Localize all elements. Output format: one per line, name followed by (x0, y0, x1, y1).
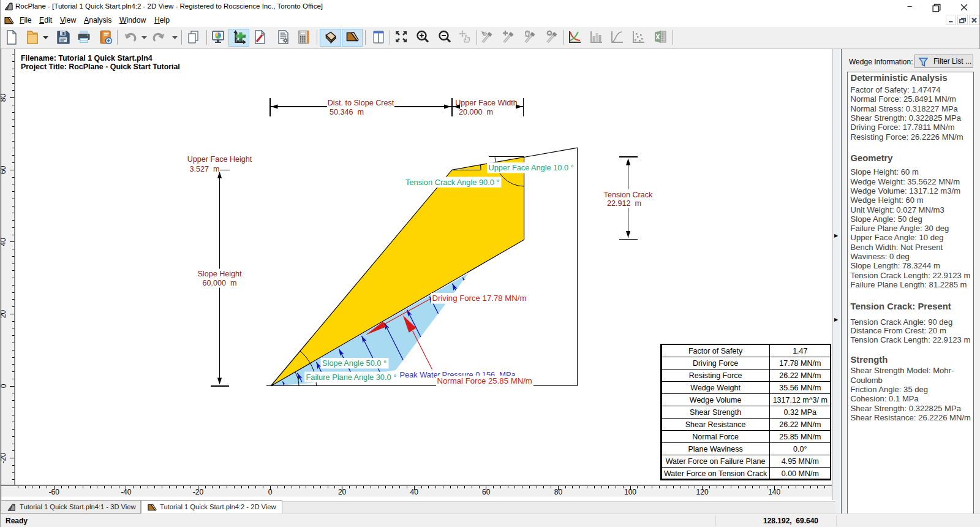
svg-text:Upper Face Height: Upper Face Height (187, 155, 252, 164)
svg-text:Driving Force: Driving Force (693, 359, 738, 368)
svg-text:Resisting Force: Resisting Force (689, 371, 742, 380)
svg-text:40: 40 (1, 238, 8, 246)
svg-text:Normal Force: Normal Force (692, 433, 739, 441)
svg-text:22.912 m: 22.912 m (607, 199, 641, 208)
svg-text:-20: -20 (193, 488, 204, 496)
svg-text:120: 120 (696, 488, 709, 496)
svg-text:Slope Height: Slope Height (197, 270, 242, 278)
svg-text:Wedge Weight: Wedge Weight (690, 384, 741, 392)
svg-text:60.000 m: 60.000 m (202, 279, 236, 287)
svg-text:3.527 m: 3.527 m (189, 165, 219, 173)
svg-text:Normal Force 25.85 MN/m: Normal Force 25.85 MN/m (437, 376, 532, 385)
svg-text:20: 20 (1, 309, 8, 318)
svg-text:Upper Face Width: Upper Face Width (455, 99, 518, 107)
svg-text:Project Title: RocPlane - Quic: Project Title: RocPlane - Quick Start Tu… (21, 63, 180, 71)
svg-text:80: 80 (554, 488, 563, 496)
svg-text:-40: -40 (121, 488, 132, 496)
svg-text:Tension Crack Angle 90.0 °: Tension Crack Angle 90.0 ° (405, 178, 500, 187)
svg-text:Upper Face Angle 10.0 °: Upper Face Angle 10.0 ° (489, 163, 574, 172)
svg-text:4.95 MN/m: 4.95 MN/m (782, 457, 819, 466)
svg-text:-60: -60 (49, 488, 60, 496)
svg-text:Driving Force 17.78 MN/m: Driving Force 17.78 MN/m (432, 294, 527, 303)
svg-text:Filename: Tutorial 1 Quick Sta: Filename: Tutorial 1 Quick Start.pln4 (21, 54, 153, 63)
svg-text:0.32 MPa: 0.32 MPa (784, 408, 817, 417)
svg-text:0.00 MN/m: 0.00 MN/m (782, 469, 819, 478)
svg-text:Water Force on Tension Crack: Water Force on Tension Crack (664, 469, 767, 478)
svg-text:Shear Strength: Shear Strength (690, 408, 741, 417)
svg-text:Wedge Volume: Wedge Volume (690, 396, 742, 404)
svg-text:Water Force on Failure Plane: Water Force on Failure Plane (666, 457, 766, 466)
svg-text:17.78 MN/m: 17.78 MN/m (779, 359, 821, 368)
svg-text:Slope Angle 50.0 °: Slope Angle 50.0 ° (322, 358, 386, 368)
svg-text:20: 20 (338, 488, 347, 496)
svg-text:Dist. to Slope Crest: Dist. to Slope Crest (328, 99, 394, 107)
svg-text:40: 40 (410, 488, 419, 496)
svg-text:-20: -20 (1, 453, 8, 464)
svg-text:60: 60 (482, 488, 491, 496)
svg-text:50.346 m: 50.346 m (330, 108, 364, 116)
svg-text:Factor of Safety: Factor of Safety (688, 347, 743, 355)
svg-text:Failure Plane Angle 30.0 °: Failure Plane Angle 30.0 ° (306, 373, 397, 382)
svg-text:60: 60 (1, 165, 8, 174)
svg-text:0: 0 (268, 488, 273, 496)
svg-text:25.85 MN/m: 25.85 MN/m (779, 433, 821, 441)
svg-text:35.56 MN/m: 35.56 MN/m (779, 384, 821, 392)
svg-text:Tension Crack: Tension Crack (604, 191, 653, 199)
svg-text:1317.12 m^3/ m: 1317.12 m^3/ m (773, 396, 827, 404)
svg-text:140: 140 (768, 488, 780, 496)
svg-text:0: 0 (1, 384, 8, 388)
svg-text:Shear Resistance: Shear Resistance (685, 420, 746, 429)
svg-text:Plane Waviness: Plane Waviness (688, 445, 743, 453)
svg-text:26.22 MN/m: 26.22 MN/m (779, 420, 821, 429)
svg-text:26.22 MN/m: 26.22 MN/m (779, 371, 821, 380)
svg-text:100: 100 (624, 488, 636, 496)
svg-text:80: 80 (1, 94, 8, 102)
svg-text:1.47: 1.47 (793, 347, 807, 355)
svg-text:20.000 m: 20.000 m (459, 108, 493, 116)
svg-text:0.0°: 0.0° (793, 445, 807, 453)
